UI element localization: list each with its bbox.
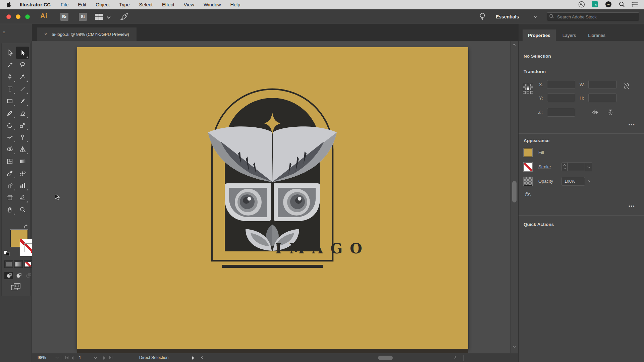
creative-cloud-menu-icon[interactable]: ∞: [605, 1, 612, 9]
collapse-tools-icon[interactable]: «: [3, 29, 5, 35]
green-utility-menu-icon[interactable]: Cl: [592, 1, 598, 8]
tab-layers[interactable]: Layers: [557, 29, 582, 41]
menu-effect[interactable]: Effect: [157, 0, 179, 9]
tool-symbol-sprayer[interactable]: [3, 179, 16, 191]
tool-column-graph[interactable]: [16, 179, 29, 191]
tool-hand[interactable]: [3, 203, 16, 216]
w-value-field[interactable]: [588, 80, 616, 89]
tool-perspective-grid[interactable]: [16, 143, 29, 155]
notification-center-icon[interactable]: [632, 2, 638, 8]
menu-window[interactable]: Window: [199, 0, 226, 9]
canvas-area[interactable]: IMAGO: [32, 41, 510, 353]
gradient-mode-button[interactable]: [14, 260, 23, 268]
previous-artboard-button[interactable]: [71, 356, 73, 361]
artboard-number-value[interactable]: 1: [79, 355, 81, 360]
stroke-weight-stepper[interactable]: [561, 162, 568, 171]
arrange-documents-chevron-icon[interactable]: [107, 15, 110, 18]
last-artboard-button[interactable]: [109, 356, 112, 359]
close-window-button[interactable]: [6, 14, 11, 19]
color-mode-button[interactable]: [4, 260, 13, 268]
zoom-level-value[interactable]: 98%: [38, 355, 46, 360]
adobe-stock-search-input[interactable]: [547, 12, 639, 21]
draw-behind-mode-button[interactable]: [14, 272, 23, 279]
tool-line-segment[interactable]: [16, 83, 29, 95]
lightbulb-sync-icon[interactable]: [479, 12, 486, 22]
minimize-window-button[interactable]: [16, 14, 20, 19]
horizontal-scroll-thumb[interactable]: [378, 356, 393, 360]
draw-inside-mode-button[interactable]: [24, 272, 33, 279]
menu-edit[interactable]: Edit: [73, 0, 91, 9]
next-artboard-button[interactable]: [103, 356, 105, 361]
tool-shape-builder[interactable]: [3, 143, 16, 155]
flip-vertical-icon[interactable]: [607, 109, 614, 117]
stroke-label[interactable]: Stroke: [538, 164, 551, 169]
none-mode-button[interactable]: [24, 260, 33, 268]
menu-help[interactable]: Help: [225, 0, 245, 9]
close-document-icon[interactable]: ×: [44, 32, 47, 37]
appearance-more-options-icon[interactable]: •••: [629, 203, 635, 208]
vertical-scrollbar[interactable]: [510, 41, 518, 353]
tool-curvature[interactable]: [16, 71, 29, 83]
tool-scale[interactable]: [16, 119, 29, 131]
h-value-field[interactable]: [588, 94, 616, 102]
artboard-list-chevron-icon[interactable]: [94, 356, 97, 359]
appearance-stroke-swatch[interactable]: [524, 163, 532, 171]
rotation-angle-field[interactable]: [547, 108, 575, 117]
tool-selection[interactable]: [3, 47, 16, 59]
tool-type[interactable]: [3, 83, 16, 95]
reference-point-locator[interactable]: [523, 84, 533, 94]
tool-rotate[interactable]: [3, 119, 16, 131]
workspace-chevron-icon[interactable]: [534, 15, 537, 18]
artboard[interactable]: IMAGO: [77, 47, 468, 349]
tool-direct-selection[interactable]: [16, 47, 29, 59]
opacity-value-field[interactable]: 100%: [561, 177, 585, 186]
tool-rectangle[interactable]: [3, 95, 16, 107]
arrange-documents-icon[interactable]: [95, 14, 103, 21]
stroke-weight-dropdown[interactable]: [585, 162, 592, 171]
imago-logo-artwork[interactable]: [208, 88, 339, 302]
x-value-field[interactable]: [547, 80, 575, 89]
apple-menu-icon[interactable]: [0, 0, 15, 9]
opacity-options-arrow[interactable]: [585, 177, 592, 186]
change-screen-mode-icon[interactable]: [11, 283, 21, 293]
keychain-menu-icon[interactable]: [578, 1, 585, 9]
appearance-opacity-swatch[interactable]: [524, 177, 532, 186]
zoom-window-button[interactable]: [25, 14, 30, 19]
tool-mesh[interactable]: [3, 155, 16, 167]
gpu-performance-icon[interactable]: [120, 13, 129, 22]
stroke-weight-field[interactable]: [568, 162, 585, 171]
status-options-arrow[interactable]: [192, 356, 194, 361]
menu-view[interactable]: View: [179, 0, 199, 9]
zoom-level-chevron-icon[interactable]: [56, 356, 58, 359]
y-value-field[interactable]: [547, 94, 575, 102]
logo-wordmark[interactable]: IMAGO: [253, 240, 384, 257]
tab-properties[interactable]: Properties: [523, 29, 556, 41]
menu-object[interactable]: Object: [91, 0, 114, 9]
tool-zoom[interactable]: [16, 203, 29, 216]
tool-pencil[interactable]: [3, 107, 16, 119]
workspace-switcher[interactable]: Essentials: [496, 14, 519, 19]
flip-horizontal-icon[interactable]: [592, 109, 599, 117]
hscroll-left-icon[interactable]: [201, 356, 204, 359]
tool-gradient[interactable]: [16, 155, 29, 167]
vertical-scroll-thumb[interactable]: [512, 181, 517, 202]
constrain-proportions-icon[interactable]: [623, 82, 630, 92]
spotlight-search-icon[interactable]: [619, 1, 625, 8]
tool-pen[interactable]: [3, 71, 16, 83]
draw-normal-mode-button[interactable]: [4, 272, 13, 279]
transform-more-options-icon[interactable]: •••: [629, 122, 635, 127]
first-artboard-button[interactable]: [65, 356, 68, 359]
opacity-label[interactable]: Opacity: [538, 179, 553, 184]
default-fill-stroke-icon[interactable]: [4, 250, 10, 258]
tool-width[interactable]: [3, 131, 16, 143]
menu-file[interactable]: File: [56, 0, 73, 9]
tab-libraries[interactable]: Libraries: [583, 29, 611, 41]
stock-button[interactable]: St: [79, 13, 87, 21]
appearance-fill-swatch[interactable]: [524, 148, 532, 157]
effects-fx-button[interactable]: fx.: [525, 191, 531, 197]
bridge-button[interactable]: Br: [60, 13, 68, 21]
scroll-down-icon[interactable]: [513, 345, 516, 348]
tool-lasso[interactable]: [16, 59, 29, 71]
scroll-up-icon[interactable]: [513, 44, 516, 47]
menu-select[interactable]: Select: [135, 0, 157, 9]
